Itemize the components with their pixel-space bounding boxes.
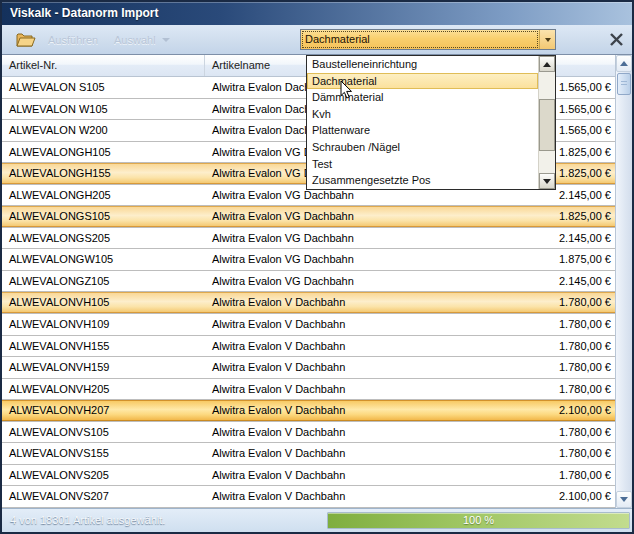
table-row[interactable]: ALWEVALONVH109 Alwitra Evalon V Dachbahn… [2,314,615,336]
table-row[interactable]: ALWEVALONVS205 Alwitra Evalon V Dachbahn… [2,465,615,487]
article-price-cell: 2.145,00 € [432,271,615,292]
article-number-cell: ALWEVALONVH159 [2,357,205,378]
article-name-cell: Alwitra Evalon V Dachbahn [205,422,432,443]
scroll-up-button[interactable] [616,55,632,72]
dropdown-scrollbar[interactable] [538,56,555,189]
article-name-cell: Alwitra Evalon VG Dachbahn [205,228,432,249]
article-price-cell: 1.780,00 € [432,465,615,486]
article-number-cell: ALWEVALON W105 [2,99,205,120]
dropdown-item[interactable]: Schrauben /Nägel [307,139,538,156]
article-price-cell: 1.780,00 € [432,422,615,443]
table-row[interactable]: ALWEVALONGS105 Alwitra Evalon VG Dachbah… [2,206,615,228]
table-row[interactable]: ALWEVALONGZ105 Alwitra Evalon VG Dachbah… [2,271,615,293]
combobox-dropdown-button[interactable] [539,30,555,49]
title-bar[interactable]: Viskalk - Datanorm Import [2,2,632,25]
mouse-cursor-icon [340,80,353,104]
article-number-cell: ALWEVALONGH205 [2,185,205,206]
article-price-cell: 1.875,00 € [432,249,615,270]
article-number-cell: ALWEVALON W200 [2,120,205,141]
article-name-cell: Alwitra Evalon V Dachbahn [205,465,432,486]
article-name-cell: Alwitra Evalon V Dachbahn [205,443,432,464]
article-number-cell: ALWEVALONVH109 [2,314,205,335]
table-row[interactable]: ALWEVALONVS155 Alwitra Evalon V Dachbahn… [2,443,615,465]
arrow-down-icon [620,497,628,502]
category-combobox-value[interactable]: Dachmaterial [301,30,539,49]
article-name-cell: Alwitra Evalon VG Dachbahn [205,271,432,292]
scroll-down-button[interactable] [616,491,632,508]
article-name-cell: Alwitra Evalon V Dachbahn [205,336,432,357]
table-row[interactable]: ALWEVALONVH155 Alwitra Evalon V Dachbahn… [2,336,615,358]
article-number-cell: ALWEVALONVS207 [2,486,205,507]
dropdown-item[interactable]: Baustelleneinrichtung [307,56,538,73]
dropdown-scroll-up-button[interactable] [539,56,555,72]
article-number-cell: ALWEVALONGH105 [2,142,205,163]
article-price-cell: 1.780,00 € [432,314,615,335]
article-number-cell: ALWEVALONVH205 [2,379,205,400]
article-name-cell: Alwitra Evalon V Dachbahn [205,379,432,400]
article-name-cell: Alwitra Evalon V Dachbahn [205,314,432,335]
scrollbar-track[interactable] [616,96,632,491]
open-folder-icon [16,31,37,50]
article-number-cell: ALWEVALONGW105 [2,249,205,270]
status-bar: 4 von 18301 Artikel ausgewählt. 100 % [2,508,632,532]
dropdown-item[interactable]: Plattenware [307,122,538,139]
dropdown-item[interactable]: Test [307,156,538,173]
article-price-cell: 1.780,00 € [432,379,615,400]
arrow-up-icon [543,62,551,67]
dropdown-item[interactable]: Zusammengesetzte Pos [307,172,538,189]
article-name-cell: Alwitra Evalon VG Dachbahn [205,249,432,270]
open-file-button[interactable] [16,30,37,50]
article-name-cell: Alwitra Evalon VG Dachbahn [205,206,432,227]
scrollbar-thumb[interactable] [617,73,631,95]
close-button[interactable] [606,29,626,49]
table-scrollbar[interactable] [615,55,632,508]
progress-bar: 100 % [327,512,630,529]
article-number-cell: ALWEVALONGS105 [2,206,205,227]
arrow-down-icon [543,179,551,184]
article-number-cell: ALWEVALONVH207 [2,400,205,421]
table-row[interactable]: ALWEVALONGW105 Alwitra Evalon VG Dachbah… [2,249,615,271]
dropdown-scrollbar-track[interactable] [539,151,555,173]
article-number-cell: ALWEVALONVS155 [2,443,205,464]
article-name-cell: Alwitra Evalon V Dachbahn [205,357,432,378]
article-name-cell: Alwitra Evalon V Dachbahn [205,400,432,421]
article-price-cell: 2.100,00 € [432,400,615,421]
close-icon [609,32,624,47]
arrow-up-icon [620,61,628,66]
article-price-cell: 2.100,00 € [432,486,615,507]
chevron-down-icon [162,38,170,42]
auswahl-dropdown-button[interactable]: Auswahl [114,30,170,50]
toolbar: Ausführen Auswahl Dachmaterial [2,25,632,55]
category-combobox[interactable]: Dachmaterial [300,29,556,50]
article-number-cell: ALWEVALONVH155 [2,336,205,357]
table-row[interactable]: ALWEVALONVH207 Alwitra Evalon V Dachbahn… [2,400,615,422]
table-row[interactable]: ALWEVALONVS105 Alwitra Evalon V Dachbahn… [2,422,615,444]
auswahl-label: Auswahl [114,34,156,46]
dropdown-scrollbar-thumb[interactable] [539,99,555,151]
category-dropdown-list: BaustelleneinrichtungDachmaterialDämmmat… [306,55,556,190]
article-name-cell: Alwitra Evalon V Dachbahn [205,486,432,507]
article-number-cell: ALWEVALONGH155 [2,163,205,184]
article-name-cell: Alwitra Evalon V Dachbahn [205,292,432,313]
table-row[interactable]: ALWEVALONGS205 Alwitra Evalon VG Dachbah… [2,228,615,250]
article-number-cell: ALWEVALONVS205 [2,465,205,486]
article-number-cell: ALWEVALONVH105 [2,292,205,313]
article-price-cell: 1.780,00 € [432,357,615,378]
table-row[interactable]: ALWEVALONVH205 Alwitra Evalon V Dachbahn… [2,379,615,401]
ausfuehren-label: Ausführen [48,34,98,46]
article-price-cell: 2.145,00 € [432,228,615,249]
column-header-artikel-nr[interactable]: Artikel-Nr. [2,55,205,76]
ausfuehren-button[interactable]: Ausführen [48,30,98,50]
table-row[interactable]: ALWEVALONVS207 Alwitra Evalon V Dachbahn… [2,486,615,508]
article-number-cell: ALWEVALONGS205 [2,228,205,249]
article-number-cell: ALWEVALONGZ105 [2,271,205,292]
selection-status-text: 4 von 18301 Artikel ausgewählt. [10,514,165,526]
dropdown-item[interactable]: Kvh [307,106,538,123]
dropdown-scroll-down-button[interactable] [539,173,555,189]
article-number-cell: ALWEVALON S105 [2,77,205,98]
table-row[interactable]: ALWEVALONVH105 Alwitra Evalon V Dachbahn… [2,292,615,314]
table-row[interactable]: ALWEVALONVH159 Alwitra Evalon V Dachbahn… [2,357,615,379]
progress-percent-label: 100 % [328,513,629,528]
window-title: Viskalk - Datanorm Import [10,6,159,20]
article-price-cell: 1.825,00 € [432,206,615,227]
